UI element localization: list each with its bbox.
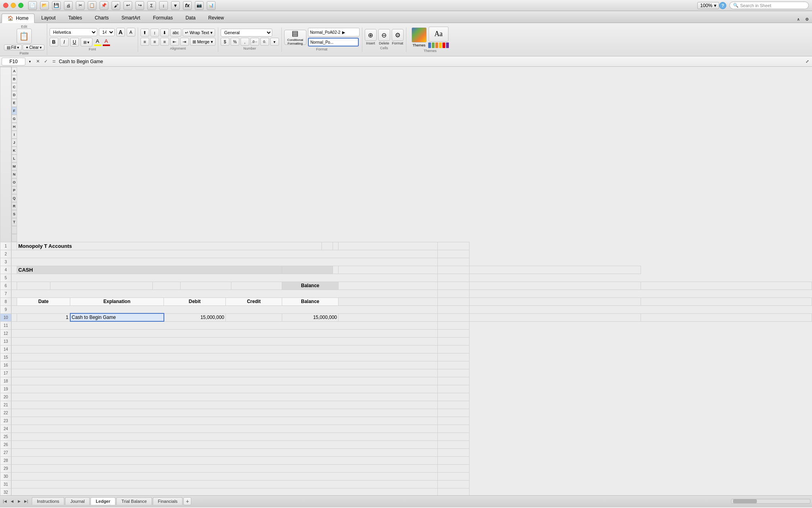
row-14-cells[interactable] <box>12 345 438 353</box>
cell-a10[interactable] <box>12 313 17 321</box>
align-right-button[interactable]: ≡ <box>160 38 169 46</box>
cell-l6[interactable] <box>181 282 231 290</box>
cell-t6[interactable] <box>438 282 469 290</box>
indent-decrease-button[interactable]: ⇤ <box>170 38 179 46</box>
row-23-cells[interactable] <box>12 417 438 425</box>
cell-cash-right[interactable] <box>282 266 333 274</box>
col-header-c[interactable]: C <box>12 83 17 91</box>
sheet-tab-journal[interactable]: Journal <box>65 497 90 505</box>
tab-review[interactable]: Review <box>202 13 230 23</box>
row-32-cells[interactable] <box>12 488 438 495</box>
accept-formula-icon[interactable]: ✓ <box>42 58 49 65</box>
cell-v4[interactable] <box>469 266 641 274</box>
fx-icon[interactable]: fx <box>183 1 192 10</box>
clear-button[interactable]: ✦ Clear ▾ <box>23 44 44 50</box>
redo-icon[interactable]: ↪ <box>135 1 144 10</box>
tab-charts[interactable]: Charts <box>89 13 115 23</box>
row-13-v[interactable] <box>438 337 469 345</box>
text-direction-button[interactable]: abc <box>170 29 181 37</box>
currency-button[interactable]: $ <box>221 38 229 46</box>
row-28-cells[interactable] <box>12 456 438 464</box>
conditional-formatting-button[interactable]: ▤ ConditionalFormatting <box>284 30 306 45</box>
col-header-o[interactable]: O <box>12 178 17 186</box>
row-32-v[interactable] <box>438 488 469 495</box>
border-button[interactable]: ⊞ ▾ <box>81 38 92 46</box>
col-header-p[interactable]: P <box>12 186 17 194</box>
row-29-cells[interactable] <box>12 464 438 472</box>
add-sheet-button[interactable]: + <box>183 497 191 505</box>
cell-u10[interactable] <box>469 313 641 321</box>
format-cells-button[interactable]: ⚙ Format <box>392 29 404 45</box>
percent-button[interactable]: % <box>231 38 239 46</box>
style-expand-icon[interactable]: ▶ <box>342 30 345 35</box>
maximize-button[interactable] <box>18 3 23 8</box>
row-16-v[interactable] <box>438 361 469 369</box>
font-grow-button[interactable]: A <box>116 28 125 37</box>
row-22-v[interactable] <box>438 409 469 417</box>
cell-s1[interactable] <box>322 242 333 250</box>
row-26-v[interactable] <box>438 440 469 448</box>
row-11-v[interactable] <box>438 321 469 329</box>
row-11-cells[interactable] <box>12 321 438 329</box>
cell-v3[interactable] <box>438 258 469 266</box>
close-button[interactable] <box>3 3 8 8</box>
wrap-text-button[interactable]: ↵ Wrap Text ▾ <box>183 29 215 37</box>
row-24-cells[interactable] <box>12 425 438 433</box>
row-30-v[interactable] <box>438 472 469 480</box>
cell-s6[interactable] <box>339 282 438 290</box>
style-edit-box[interactable]: Normal_Po... <box>308 38 359 46</box>
comma-button[interactable]: , <box>241 38 249 46</box>
formula-expand-icon[interactable]: ⤢ <box>804 58 810 65</box>
zoom-dropdown-icon[interactable]: ▾ <box>714 3 716 8</box>
row-23-v[interactable] <box>438 417 469 425</box>
cell-t4[interactable] <box>339 266 438 274</box>
col-header-h[interactable]: H <box>12 123 17 131</box>
cell-date-header[interactable]: Date <box>17 297 70 305</box>
col-header-m[interactable]: M <box>12 162 17 170</box>
cell-v5[interactable] <box>438 274 469 282</box>
bold-button[interactable]: B <box>50 38 58 46</box>
save-icon[interactable]: 💾 <box>52 1 61 10</box>
cell-o6[interactable] <box>231 282 282 290</box>
col-header-t[interactable]: T <box>12 218 17 226</box>
scrollbar-thumb[interactable] <box>733 499 757 503</box>
open-icon[interactable]: 📂 <box>40 1 49 10</box>
align-left-button[interactable]: ≡ <box>140 38 149 46</box>
paste-icon-tb[interactable]: 📌 <box>100 1 108 10</box>
nav-last-icon[interactable]: ▶| <box>23 498 29 504</box>
cell-s8[interactable] <box>339 297 438 305</box>
merge-button[interactable]: ⊞ Merge ▾ <box>190 38 216 46</box>
cell-a4[interactable] <box>12 266 17 274</box>
cell-t10[interactable] <box>438 313 469 321</box>
row-20-v[interactable] <box>438 393 469 401</box>
decrease-decimal-button[interactable]: .0← <box>250 38 259 46</box>
cell-u8[interactable] <box>469 297 641 305</box>
sheet-tab-instructions[interactable]: Instructions <box>32 497 64 505</box>
row-19-cells[interactable] <box>12 385 438 393</box>
align-middle-button[interactable]: ↕ <box>150 29 159 37</box>
increase-decimal-button[interactable]: 0. <box>260 38 269 46</box>
align-bottom-button[interactable]: ⬇ <box>160 29 169 37</box>
cell-v9[interactable] <box>438 305 469 313</box>
tab-home[interactable]: 🏠 Home <box>2 14 35 23</box>
row-19-v[interactable] <box>438 385 469 393</box>
row-18-v[interactable] <box>438 377 469 385</box>
cell-b6[interactable] <box>17 282 50 290</box>
sheet-scroll[interactable]: A B C D E F G H I J K L M N O P Q <box>0 67 812 495</box>
tab-smartart[interactable]: SmartArt <box>115 13 146 23</box>
horizontal-scrollbar[interactable] <box>731 499 810 504</box>
font-family-select[interactable]: Helvetica <box>50 28 97 36</box>
cell-a8[interactable] <box>12 297 17 305</box>
chart-icon[interactable]: 📊 <box>207 1 216 10</box>
row-16-cells[interactable] <box>12 361 438 369</box>
italic-button[interactable]: I <box>60 38 69 46</box>
themes-preview-button[interactable] <box>412 27 427 42</box>
cell-a1[interactable] <box>12 242 17 250</box>
align-center-button[interactable]: ≡ <box>150 38 159 46</box>
row-17-v[interactable] <box>438 369 469 377</box>
cell-t8[interactable] <box>438 297 469 305</box>
col-header-f[interactable]: F <box>12 107 17 115</box>
cell-s10[interactable] <box>339 313 438 321</box>
col-header-d[interactable]: D <box>12 91 17 99</box>
tab-tables[interactable]: Tables <box>62 13 88 23</box>
